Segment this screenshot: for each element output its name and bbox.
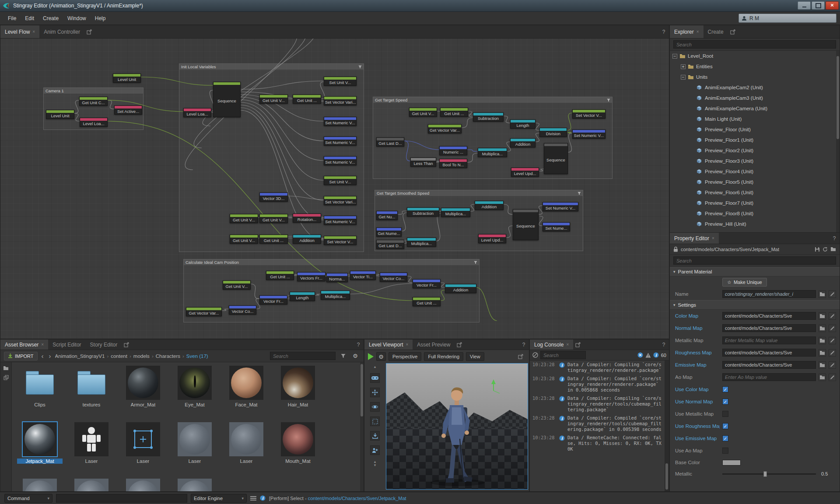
tab-level-flow[interactable]: Level Flow× xyxy=(0,25,39,38)
flow-node-set-numeric-v[interactable]: Set Numeric V... xyxy=(542,202,578,211)
explorer-search-input[interactable] xyxy=(673,40,836,49)
flow-node-get-unit[interactable]: Get Unit ... xyxy=(266,271,294,280)
menu-create[interactable]: Create xyxy=(38,14,63,23)
ao-map-field[interactable]: Enter Ao Map value xyxy=(722,373,816,381)
menu-window[interactable]: Window xyxy=(63,14,91,23)
browse-folder-icon[interactable] xyxy=(819,312,826,320)
edit-pencil-icon[interactable] xyxy=(829,290,836,298)
asset-search-input[interactable] xyxy=(270,352,336,360)
asset-item-armor-mat[interactable]: Armor_Mat xyxy=(120,366,166,407)
explorer-scrollbar[interactable] xyxy=(836,51,840,232)
forward-button[interactable]: › xyxy=(48,352,52,360)
tree-item-level-root[interactable]: −Level_Root xyxy=(670,51,836,61)
flow-node-vectors-fr[interactable]: Vectors Fr... xyxy=(297,272,326,281)
flow-node-sequence[interactable]: Sequence xyxy=(513,209,539,240)
tree-item-animexamplecamera-unit[interactable]: AnimExampleCamera (Unit) xyxy=(670,103,836,114)
flow-node-addition[interactable]: Addition xyxy=(293,234,321,244)
flow-node-get-unit-v[interactable]: Get Unit V... xyxy=(230,234,258,244)
back-button[interactable]: ‹ xyxy=(40,352,45,360)
command-dropdown[interactable]: Command▾ xyxy=(4,494,52,503)
flow-node-set-numeric-v[interactable]: Set Numeric V... xyxy=(572,130,606,139)
close-tab-icon[interactable]: × xyxy=(406,342,409,347)
save-icon[interactable] xyxy=(815,247,820,252)
checkbox-use-metallic-map[interactable] xyxy=(722,411,728,417)
flow-node-division[interactable]: Division xyxy=(539,128,567,137)
command-input[interactable] xyxy=(56,494,187,503)
section-parent-material[interactable]: ▾ Parent Material xyxy=(670,267,840,276)
parent-material-name-field[interactable]: core/stingray_renderer/shader_i xyxy=(722,290,816,298)
flow-node-multiplica[interactable]: Multiplica... xyxy=(441,208,470,217)
asset-item-partial[interactable] xyxy=(120,479,166,491)
breadcrumb-animation-stingrayv1[interactable]: Animation_StingrayV1 xyxy=(55,354,105,359)
flow-node-get-unit-v[interactable]: Get Unit V... xyxy=(409,108,437,117)
flow-node-get-unit[interactable]: Get Unit ... xyxy=(440,108,468,117)
flow-node-get-unit-v[interactable]: Get Unit V... xyxy=(259,214,288,223)
list-icon[interactable] xyxy=(250,496,256,500)
marquee-tool-icon[interactable] xyxy=(370,416,380,426)
popout-viewport-icon[interactable] xyxy=(516,354,525,359)
tree-item-animexamplecam2-unit[interactable]: AnimExampleCam2 (Unit) xyxy=(670,82,836,93)
flow-node-length[interactable]: Length xyxy=(510,119,536,129)
edit-pencil-icon[interactable] xyxy=(829,312,836,320)
flow-node-get-nume[interactable]: Get Nume... xyxy=(376,228,402,237)
log-entry[interactable]: 10:23:28iData / RemoteCache: Connected: … xyxy=(530,434,665,453)
flow-node-sequence[interactable]: Sequence xyxy=(213,82,241,117)
asset-item-partial[interactable] xyxy=(17,479,63,491)
view-button[interactable]: View xyxy=(466,352,484,361)
asset-item-face-mat[interactable]: Face_Mat xyxy=(224,366,269,407)
base-color-swatch[interactable] xyxy=(722,460,741,466)
asset-item-partial[interactable] xyxy=(172,479,217,491)
flow-node-set-vector-v[interactable]: Set Vector V... xyxy=(572,109,606,119)
flow-node-get-unit-v[interactable]: Get Unit V... xyxy=(259,94,288,104)
browse-folder-icon[interactable] xyxy=(819,374,826,381)
flow-node-set-numeric-v[interactable]: Set Numeric V... xyxy=(324,156,357,165)
flow-node-get-nu[interactable]: Get Nu... xyxy=(376,211,398,220)
filter-icon[interactable] xyxy=(338,354,348,358)
asset-item-jetpack-mat[interactable]: Jetpack_Mat xyxy=(17,422,63,464)
flow-node-vector-co[interactable]: Vector Co... xyxy=(229,305,256,315)
flow-node-multiplica[interactable]: Multiplica... xyxy=(321,290,350,300)
tree-item-preview-floor5-unit[interactable]: Preview_Floor5 (Unit) xyxy=(670,177,836,187)
flow-node-multiplica[interactable]: Multiplica... xyxy=(478,148,507,157)
flow-node-get-unit-c[interactable]: Get Unit C... xyxy=(79,97,108,106)
flow-node-set-vector-vari[interactable]: Set Vector Vari... xyxy=(324,196,357,205)
flow-node-level-unit[interactable]: Level Unit xyxy=(46,110,74,119)
menu-help[interactable]: Help xyxy=(91,14,110,23)
restore-button[interactable] xyxy=(812,1,825,10)
flow-node-norma[interactable]: Norma... xyxy=(326,273,348,282)
tree-item-preview-floor1-unit[interactable]: Preview_Floor1 (Unit) xyxy=(670,135,836,145)
log-search-input[interactable] xyxy=(540,351,586,359)
flow-node-level-upd[interactable]: Level Upd... xyxy=(478,234,506,243)
play-button[interactable] xyxy=(368,353,374,360)
flow-node-addition[interactable]: Addition xyxy=(510,138,536,147)
flow-node-bool-to-n[interactable]: Bool To N... xyxy=(439,159,467,168)
flow-node-vector-3d[interactable]: Vector 3D... xyxy=(259,192,288,202)
tab-asset-browser[interactable]: Asset Browser× xyxy=(0,340,48,350)
log-entry[interactable]: 10:23:28iData / Compiler: Compiling `cor… xyxy=(530,394,665,414)
flow-node-vector-ti[interactable]: Vector Ti... xyxy=(350,271,376,280)
flow-node-rotation[interactable]: Rotation... xyxy=(293,214,321,223)
tab-script-editor[interactable]: Script Editor xyxy=(48,340,85,350)
gamepad-tool-icon[interactable] xyxy=(370,373,380,383)
flow-node-addition[interactable]: Addition xyxy=(445,284,476,293)
flow-node-set-vector-vari[interactable]: Set Vector Vari... xyxy=(324,96,357,105)
checkbox-use-emissive-map[interactable]: ✓ xyxy=(722,435,728,441)
property-search-input[interactable] xyxy=(673,256,836,265)
help-icon[interactable]: ? xyxy=(518,340,529,350)
flow-node-get-last-d[interactable]: Get Last D... xyxy=(376,240,404,249)
clear-log-icon[interactable] xyxy=(532,352,538,358)
checkbox-use-normal-map[interactable]: ✓ xyxy=(722,399,728,405)
edit-pencil-icon[interactable] xyxy=(829,337,836,344)
flow-node-get-unit-v[interactable]: Get Unit V... xyxy=(223,280,251,290)
tree-item-preview-floor3-unit[interactable]: Preview_Floor3 (Unit) xyxy=(670,156,836,166)
log-entry[interactable]: 10:23:28iData / Compiler: Compiled `core… xyxy=(530,374,665,394)
flow-node-level-unit[interactable]: Level Unit xyxy=(113,74,141,83)
log-scrollbar[interactable] xyxy=(665,360,669,491)
asset-item-mouth-mat[interactable]: Mouth_Mat xyxy=(275,422,321,464)
close-tab-icon[interactable]: × xyxy=(712,236,714,241)
tab-explorer[interactable]: Explorer× xyxy=(670,25,704,38)
close-tab-icon[interactable]: × xyxy=(696,29,699,34)
metallic-slider[interactable] xyxy=(722,473,816,475)
strip-scroll-up-icon[interactable]: ▴ xyxy=(374,365,376,368)
help-icon[interactable]: ? xyxy=(353,340,364,350)
